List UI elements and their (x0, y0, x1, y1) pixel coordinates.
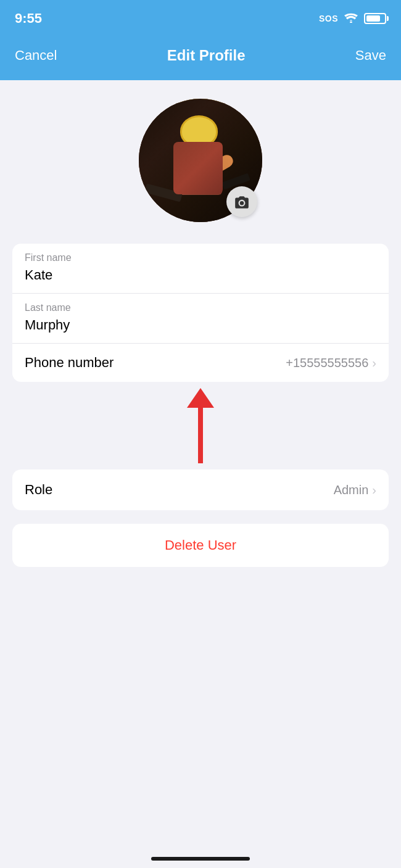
last-name-label: Last name (25, 302, 376, 313)
name-fields-card: First name Kate Last name Murphy Phone n… (12, 244, 389, 382)
svg-point-1 (240, 201, 244, 205)
role-chevron-icon: › (372, 483, 376, 497)
red-arrow-annotation (187, 388, 214, 463)
role-row[interactable]: Role Admin › (12, 469, 389, 510)
phone-row: Phone number +15555555556 › (25, 355, 376, 371)
role-value: Admin (334, 483, 369, 497)
first-name-field[interactable]: First name Kate (12, 244, 389, 293)
last-name-field[interactable]: Last name Murphy (12, 293, 389, 343)
first-name-label: First name (25, 252, 376, 263)
nav-bar: Cancel Edit Profile Save (0, 37, 401, 80)
camera-icon (234, 195, 250, 209)
role-label: Role (25, 482, 52, 498)
status-bar: 9:55 SOS (0, 0, 401, 37)
phone-value: +15555555556 (286, 356, 368, 370)
sos-icon: SOS (319, 14, 338, 23)
page-title: Edit Profile (167, 47, 246, 64)
avatar-container (139, 99, 262, 222)
worker-arm (200, 153, 236, 181)
delete-user-button[interactable]: Delete User (12, 524, 389, 567)
delete-user-card: Delete User (12, 524, 389, 567)
battery-icon (364, 13, 386, 24)
phone-chevron-icon: › (372, 356, 376, 370)
worker-body (176, 146, 222, 195)
role-card: Role Admin › (12, 469, 389, 510)
change-photo-button[interactable] (226, 186, 257, 217)
avatar-section (139, 99, 262, 222)
annotation-container (12, 389, 389, 463)
arrow-shaft (198, 408, 203, 463)
status-icons: SOS (319, 13, 386, 25)
arrow-head (187, 388, 214, 408)
svg-point-0 (350, 21, 352, 23)
content-area: First name Kate Last name Murphy Phone n… (0, 80, 401, 599)
home-indicator (151, 857, 250, 861)
phone-label: Phone number (25, 355, 114, 371)
debris-1 (144, 183, 183, 202)
save-button[interactable]: Save (355, 48, 386, 64)
last-name-value: Murphy (25, 317, 376, 333)
phone-field[interactable]: Phone number +15555555556 › (12, 343, 389, 382)
role-value-group: Admin › (334, 483, 376, 497)
cancel-button[interactable]: Cancel (15, 48, 57, 64)
first-name-value: Kate (25, 267, 376, 283)
status-time: 9:55 (15, 10, 42, 27)
wifi-icon (344, 13, 358, 25)
phone-value-group: +15555555556 › (286, 356, 376, 370)
